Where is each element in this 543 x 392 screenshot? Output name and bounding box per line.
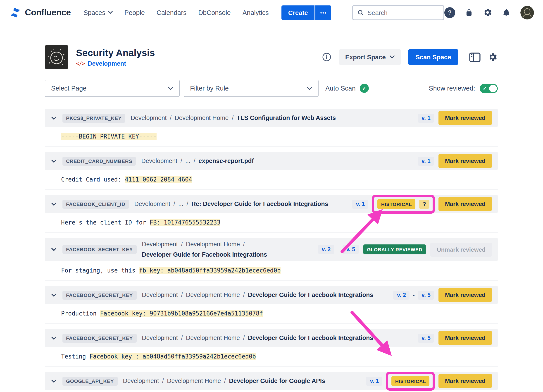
rule-badge: CREDIT_CARD_NUMBERS — [62, 156, 136, 165]
page-settings-gear-icon[interactable] — [488, 52, 498, 62]
review-action-button[interactable]: Mark reviewed — [439, 374, 492, 388]
breadcrumb: Development/.../Re: Developer Guide for … — [134, 199, 347, 208]
title-block: Security Analysis </> Development — [76, 47, 155, 67]
breadcrumb-page-title[interactable]: Developer Guide for Facebook Integration… — [248, 291, 373, 299]
filter-by-rule-dropdown[interactable]: Filter by Rule — [184, 80, 319, 97]
space-link[interactable]: Development — [88, 60, 126, 67]
collapse-chevron-icon[interactable] — [51, 335, 57, 341]
confluence-brand[interactable]: Confluence — [10, 6, 71, 18]
breadcrumb-segment[interactable]: Development Home — [186, 240, 240, 249]
nav-dbconsole[interactable]: DbConsole — [198, 9, 231, 16]
breadcrumb: Development/Development Home/Developer G… — [142, 240, 313, 259]
version-chip[interactable]: v. 5 — [418, 333, 434, 342]
collapse-chevron-icon[interactable] — [51, 115, 57, 121]
nav-analytics[interactable]: Analytics — [243, 9, 269, 16]
create-button[interactable]: Create — [282, 5, 315, 20]
secret-highlight: -----BEGIN PRIVATE KEY----- — [61, 133, 157, 140]
version-chip[interactable]: v. 1 — [366, 376, 383, 386]
collapse-chevron-icon[interactable] — [51, 201, 57, 207]
user-avatar[interactable] — [520, 6, 534, 19]
nav-people[interactable]: People — [124, 9, 145, 16]
review-action-button[interactable]: Mark reviewed — [439, 331, 492, 345]
breadcrumb-segment[interactable]: Development — [142, 334, 178, 342]
content-text: Production — [61, 310, 100, 317]
breadcrumb-segment[interactable]: Development Home — [167, 377, 221, 386]
auto-scan-label: Auto Scan — [325, 85, 356, 92]
finding-header: PKCS8_PRIVATE_KEY Development/Developmen… — [45, 109, 498, 127]
breadcrumb-page-title[interactable]: Developer Guide for Google APIs — [229, 377, 325, 386]
scan-space-button[interactable]: Scan Space — [408, 49, 458, 65]
breadcrumb-separator: / — [243, 334, 245, 342]
secret-highlight: fb key: ab048ad50ffa33959a242b1ecec6ed0b — [139, 267, 281, 274]
breadcrumb-segment[interactable]: Development — [141, 156, 177, 165]
page-header: Security Analysis </> Development Export… — [45, 45, 498, 69]
version-chip[interactable]: v. 5 — [418, 290, 434, 299]
export-space-button[interactable]: Export Space — [339, 49, 401, 65]
finding-card: PKCS8_PRIVATE_KEY Development/Developmen… — [45, 109, 498, 147]
breadcrumb-segment[interactable]: Development — [142, 291, 178, 299]
settings-gear-icon[interactable] — [483, 8, 492, 17]
version-chips: v. 1 — [366, 376, 383, 386]
breadcrumb-segment[interactable]: Development Home — [186, 291, 240, 299]
status-badges: HISTORICAL — [387, 375, 434, 387]
rule-badge: FACEBOOK_CLIENT_ID — [62, 199, 129, 208]
finding-header: FACEBOOK_SECRET_KEY Development/Developm… — [45, 238, 498, 261]
lock-icon[interactable] — [465, 8, 473, 17]
content-text: Testing — [61, 353, 89, 360]
collapse-chevron-icon[interactable] — [51, 246, 57, 253]
version-chip[interactable]: v. 1 — [418, 114, 434, 122]
review-action-button[interactable]: Mark reviewed — [439, 288, 492, 302]
review-action-button[interactable]: Unmark reviewed — [430, 242, 492, 256]
findings-list: PKCS8_PRIVATE_KEY Development/Developmen… — [45, 109, 498, 392]
secret-highlight: Facebook key : ab048ad50ffa33959a242b1ec… — [89, 353, 256, 360]
select-page-dropdown[interactable]: Select Page — [45, 80, 180, 97]
breadcrumb-separator: / — [181, 240, 183, 249]
version-chips: v. 1 — [418, 156, 434, 165]
search-input[interactable] — [368, 9, 439, 16]
breadcrumb-segment[interactable]: Development Home — [175, 114, 229, 122]
collapse-chevron-icon[interactable] — [51, 158, 57, 164]
review-action-button[interactable]: Mark reviewed — [439, 111, 492, 125]
breadcrumb-separator: / — [162, 377, 164, 386]
breadcrumb: Development/Development Home/Developer G… — [142, 334, 413, 342]
breadcrumb-segment[interactable]: Development — [142, 240, 178, 249]
breadcrumb-segment[interactable]: ... — [185, 156, 191, 165]
help-icon[interactable]: ? — [444, 7, 455, 18]
breadcrumb-page-title[interactable]: Developer Guide for Facebook Integration… — [142, 250, 267, 259]
nav-calendars[interactable]: Calendars — [157, 9, 187, 16]
show-reviewed-toggle[interactable]: ✓ — [480, 84, 498, 93]
page-title: Security Analysis — [76, 47, 155, 58]
breadcrumb-separator: / — [243, 240, 245, 249]
create-more-button[interactable]: ••• — [316, 5, 331, 20]
breadcrumb-page-title[interactable]: TLS Configuration for Web Assets — [237, 114, 336, 122]
collapse-chevron-icon[interactable] — [51, 292, 57, 298]
review-action-button[interactable]: Mark reviewed — [439, 197, 492, 211]
finding-header: CREDIT_CARD_NUMBERS Development/.../expe… — [45, 152, 498, 170]
version-chip[interactable]: v. 2 — [393, 290, 409, 299]
review-action-button[interactable]: Mark reviewed — [439, 154, 492, 168]
breadcrumb-page-title[interactable]: expense-report.pdf — [198, 156, 254, 165]
version-chips: v. 2-v. 5 — [318, 245, 359, 254]
version-chip[interactable]: v. 2 — [318, 245, 334, 254]
rule-badge: GOOGLE_API_KEY — [62, 376, 117, 386]
finding-card: FACEBOOK_SECRET_KEY Development/Developm… — [45, 238, 498, 281]
breadcrumb-segment[interactable]: Development Home — [186, 334, 240, 342]
notifications-bell-icon[interactable] — [502, 8, 511, 17]
info-icon[interactable] — [322, 52, 332, 62]
collapse-chevron-icon[interactable] — [51, 378, 57, 384]
annotation-highlight-box: HISTORICAL — [386, 371, 435, 390]
version-chip[interactable]: v. 5 — [343, 245, 359, 254]
breadcrumb-segment[interactable]: Development — [123, 377, 159, 386]
historical-help-chip[interactable]: ? — [419, 199, 430, 208]
code-icon: </> — [76, 61, 85, 67]
breadcrumb-page-title[interactable]: Developer Guide for Facebook Integration… — [248, 334, 373, 342]
version-chip[interactable]: v. 1 — [418, 156, 434, 165]
side-panel-toggle-icon[interactable] — [469, 52, 481, 62]
nav-spaces[interactable]: Spaces — [84, 9, 113, 16]
breadcrumb-separator: / — [174, 199, 175, 208]
breadcrumb-segment[interactable]: Development — [134, 199, 170, 208]
breadcrumb-segment[interactable]: Development — [130, 114, 167, 122]
version-chip[interactable]: v. 1 — [352, 199, 368, 208]
breadcrumb-segment[interactable]: ... — [178, 199, 183, 208]
breadcrumb-page-title[interactable]: Re: Developer Guide for Facebook Integra… — [191, 199, 328, 208]
